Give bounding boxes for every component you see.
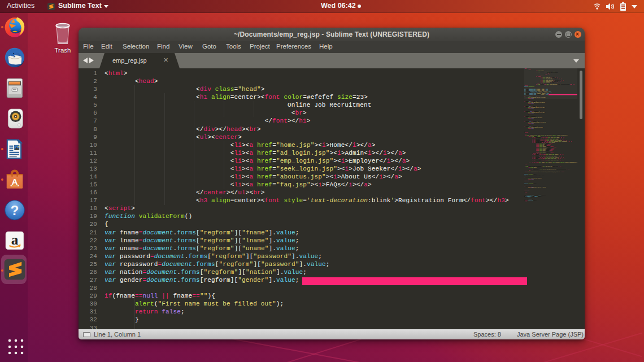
svg-text:a: a	[11, 232, 19, 247]
svg-text:?: ?	[11, 203, 19, 218]
